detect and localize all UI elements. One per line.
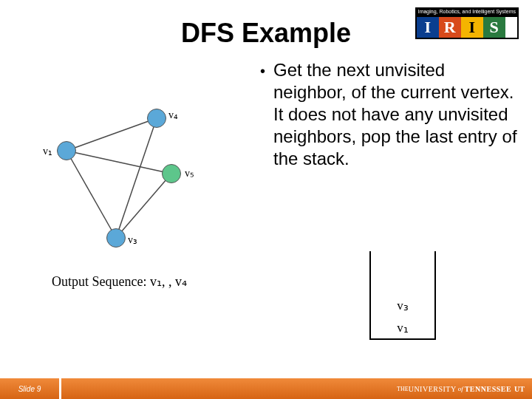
- bullet-text: Get the next unvisited neighbor, of the …: [273, 60, 517, 168]
- iris-letters: I R I S: [415, 16, 519, 39]
- iris-tagline: Imaging, Robotics, and Intelligent Syste…: [415, 7, 519, 16]
- graph-node-v5: [162, 164, 181, 183]
- iris-logo: Imaging, Robotics, and Intelligent Syste…: [415, 7, 519, 39]
- graph-label-v4: v₄: [168, 109, 178, 121]
- svg-line-0: [66, 118, 157, 151]
- bullet-dot-icon: •: [260, 62, 265, 81]
- stack-item-top: v₃: [371, 294, 434, 316]
- graph-node-v1: [57, 141, 76, 160]
- svg-line-2: [66, 151, 116, 238]
- svg-line-3: [116, 118, 157, 238]
- graph-edges: [44, 103, 236, 251]
- slide-footer: Slide 9 THE UNIVERSITY of TENNESSEE UT: [0, 378, 532, 399]
- univ-prefix: THE: [397, 386, 409, 392]
- graph-diagram: v₁ v₄ v₅ v₃: [44, 103, 236, 251]
- svg-line-4: [116, 174, 171, 238]
- graph-label-v5: v₅: [185, 167, 194, 180]
- iris-letter-i1: I: [417, 17, 439, 38]
- university-branding: THE UNIVERSITY of TENNESSEE UT: [61, 378, 532, 399]
- iris-letter-i2: I: [461, 17, 483, 38]
- univ-name: TENNESSEE: [465, 385, 511, 393]
- output-label: Output Sequence:: [52, 274, 146, 289]
- slide-number: Slide 9: [0, 378, 59, 399]
- stack-item-bottom: v₁: [371, 316, 434, 338]
- iris-letter-s: S: [483, 17, 505, 38]
- output-values: v₁, , v₄: [150, 274, 187, 289]
- stack-diagram: v₃ v₁: [369, 251, 436, 340]
- univ-word: UNIVERSITY: [409, 385, 457, 393]
- graph-label-v1: v₁: [43, 145, 52, 157]
- graph-label-v3: v₃: [128, 233, 137, 246]
- graph-node-v4: [147, 109, 166, 128]
- univ-of: of: [458, 385, 463, 392]
- iris-letter-r: R: [439, 17, 461, 38]
- svg-line-1: [66, 151, 171, 174]
- bullet-item: • Get the next unvisited neighbor, of th…: [273, 59, 517, 170]
- output-sequence: Output Sequence: v₁, , v₄: [52, 273, 187, 290]
- ut-logo-icon: UT: [514, 385, 525, 393]
- graph-node-v3: [106, 228, 126, 248]
